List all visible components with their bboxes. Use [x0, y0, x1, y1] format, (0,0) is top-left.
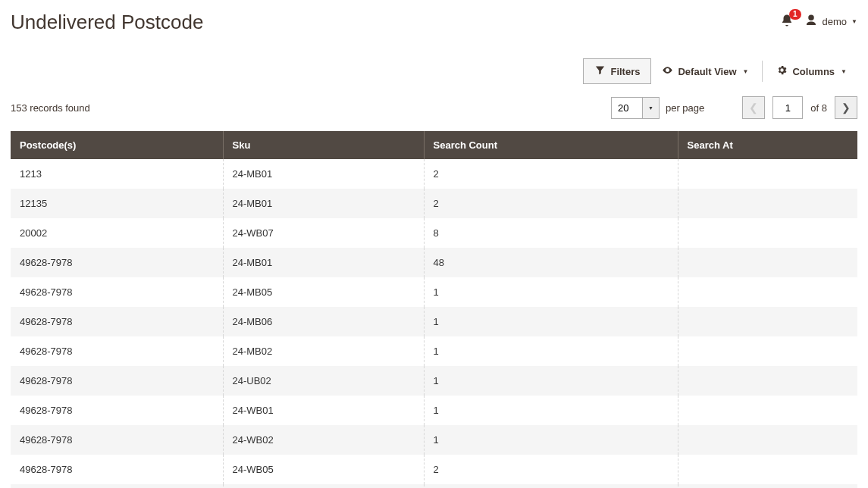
- chevron-down-icon: ▼: [841, 68, 847, 75]
- cell-sku: 24-WB06: [223, 484, 424, 488]
- cell-at: [678, 396, 857, 425]
- cell-count: 2: [424, 189, 678, 218]
- cell-at: [678, 189, 857, 218]
- user-icon: [804, 14, 818, 30]
- page-title: Undelivered Postcode: [11, 11, 203, 34]
- table-row[interactable]: 1213524-MB012: [11, 189, 857, 218]
- user-menu[interactable]: demo ▼: [804, 14, 857, 30]
- records-found-label: 153 records found: [11, 102, 90, 114]
- notifications-button[interactable]: 1: [780, 14, 794, 30]
- table-row[interactable]: 2000224-WB078: [11, 218, 857, 248]
- table-row[interactable]: 49628-797824-WB011: [11, 396, 857, 425]
- chevron-down-icon: ▼: [851, 18, 857, 25]
- col-header-postcode[interactable]: Postcode(s): [11, 131, 223, 159]
- cell-count: 2: [424, 455, 678, 484]
- table-row[interactable]: 121324-MB012: [11, 159, 857, 189]
- cell-at: [678, 248, 857, 277]
- per-page-select[interactable]: ▼: [611, 97, 660, 119]
- next-page-button[interactable]: ❯: [835, 96, 857, 119]
- cell-at: [678, 159, 857, 189]
- cell-sku: 24-MB01: [223, 248, 424, 277]
- cell-at: [678, 307, 857, 336]
- cell-sku: 24-WB01: [223, 396, 424, 425]
- chevron-left-icon: ❮: [749, 102, 758, 114]
- page-total-label: of 8: [810, 102, 827, 114]
- cell-count: 1: [424, 307, 678, 336]
- cell-postcode: 49628-7978: [11, 484, 223, 488]
- cell-sku: 24-WB02: [223, 425, 424, 455]
- filters-label: Filters: [610, 66, 640, 77]
- cell-at: [678, 218, 857, 248]
- cell-sku: 24-WB05: [223, 455, 424, 484]
- cell-postcode: 49628-7978: [11, 425, 223, 455]
- cell-count: 1: [424, 484, 678, 488]
- cell-count: 1: [424, 425, 678, 455]
- chevron-down-icon: ▼: [743, 68, 749, 75]
- cell-postcode: 49628-7978: [11, 366, 223, 396]
- col-header-at[interactable]: Search At: [678, 131, 857, 159]
- cell-sku: 24-MB05: [223, 277, 424, 307]
- cell-postcode: 49628-7978: [11, 277, 223, 307]
- funnel-icon: [594, 64, 606, 78]
- cell-sku: 24-MB01: [223, 159, 424, 189]
- col-header-sku[interactable]: Sku: [223, 131, 424, 159]
- gear-icon: [776, 64, 788, 78]
- cell-postcode: 49628-7978: [11, 396, 223, 425]
- table-row[interactable]: 49628-797824-WB052: [11, 455, 857, 484]
- eye-icon: [662, 64, 673, 78]
- cell-count: 48: [424, 248, 678, 277]
- cell-at: [678, 484, 857, 488]
- cell-count: 2: [424, 159, 678, 189]
- cell-count: 1: [424, 396, 678, 425]
- cell-count: 1: [424, 336, 678, 366]
- table-row[interactable]: 49628-797824-UB021: [11, 366, 857, 396]
- cell-count: 8: [424, 218, 678, 248]
- columns-label: Columns: [792, 66, 835, 77]
- user-name-label: demo: [823, 16, 848, 27]
- cell-sku: 24-MB01: [223, 189, 424, 218]
- bell-icon: [780, 18, 794, 30]
- table-row[interactable]: 49628-797824-MB061: [11, 307, 857, 336]
- table-row[interactable]: 49628-797824-WB061: [11, 484, 857, 488]
- cell-at: [678, 336, 857, 366]
- cell-postcode: 49628-7978: [11, 248, 223, 277]
- table-row[interactable]: 49628-797824-WB021: [11, 425, 857, 455]
- cell-at: [678, 455, 857, 484]
- cell-at: [678, 425, 857, 455]
- cell-postcode: 49628-7978: [11, 336, 223, 366]
- cell-at: [678, 277, 857, 307]
- col-header-count[interactable]: Search Count: [424, 131, 678, 159]
- per-page-input[interactable]: [612, 98, 642, 118]
- cell-postcode: 12135: [11, 189, 223, 218]
- cell-at: [678, 366, 857, 396]
- default-view-button[interactable]: Default View ▼: [651, 59, 759, 83]
- table-row[interactable]: 49628-797824-MB051: [11, 277, 857, 307]
- cell-count: 1: [424, 366, 678, 396]
- table-row[interactable]: 49628-797824-MB021: [11, 336, 857, 366]
- separator: [762, 61, 763, 82]
- chevron-down-icon[interactable]: ▼: [642, 98, 659, 118]
- table-row[interactable]: 49628-797824-MB0148: [11, 248, 857, 277]
- notification-badge: 1: [789, 9, 801, 20]
- page-input[interactable]: [772, 96, 803, 119]
- data-table: Postcode(s) Sku Search Count Search At 1…: [11, 131, 857, 488]
- cell-sku: 24-MB06: [223, 307, 424, 336]
- cell-sku: 24-WB07: [223, 218, 424, 248]
- prev-page-button[interactable]: ❮: [742, 96, 765, 119]
- cell-postcode: 49628-7978: [11, 455, 223, 484]
- cell-count: 1: [424, 277, 678, 307]
- cell-postcode: 1213: [11, 159, 223, 189]
- default-view-label: Default View: [678, 66, 736, 77]
- cell-sku: 24-UB02: [223, 366, 424, 396]
- chevron-right-icon: ❯: [841, 102, 851, 114]
- cell-sku: 24-MB02: [223, 336, 424, 366]
- cell-postcode: 49628-7978: [11, 307, 223, 336]
- cell-postcode: 20002: [11, 218, 223, 248]
- columns-button[interactable]: Columns ▼: [766, 59, 857, 83]
- per-page-label: per page: [666, 102, 704, 114]
- filters-button[interactable]: Filters: [583, 58, 651, 84]
